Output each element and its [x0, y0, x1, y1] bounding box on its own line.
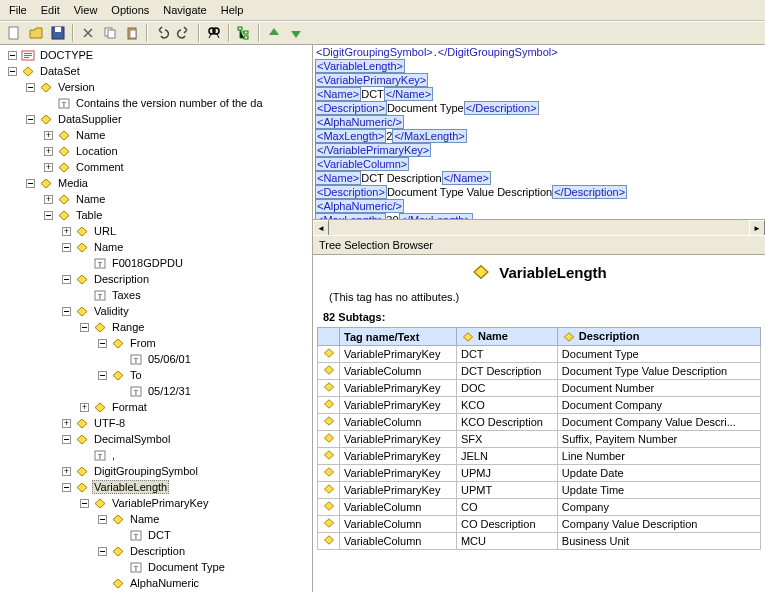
collapse-icon[interactable] — [62, 307, 71, 316]
tree-label[interactable]: Comment — [74, 161, 126, 173]
table-row[interactable]: VariablePrimaryKeyDCTDocument Type — [318, 346, 761, 363]
menu-edit[interactable]: Edit — [34, 2, 67, 18]
collapse-icon[interactable] — [62, 483, 71, 492]
tree-node[interactable]: Taxes — [0, 287, 312, 303]
xml-line[interactable]: <MaxLength>2</MaxLength> — [315, 129, 763, 143]
col-tag[interactable]: Tag name/Text — [340, 328, 457, 346]
table-row[interactable]: VariablePrimaryKeyKCODocument Company — [318, 397, 761, 414]
tree-label[interactable]: DecimalSymbol — [92, 433, 172, 445]
tree-node[interactable]: Media — [0, 175, 312, 191]
xml-line[interactable]: <VariablePrimaryKey> — [315, 73, 763, 87]
prev-button[interactable] — [264, 23, 284, 43]
new-button[interactable] — [4, 23, 24, 43]
open-button[interactable] — [26, 23, 46, 43]
collapse-icon[interactable] — [26, 83, 35, 92]
menu-file[interactable]: File — [2, 2, 34, 18]
tree-label[interactable]: Description — [92, 273, 151, 285]
tree-node[interactable]: Format — [0, 399, 312, 415]
tree-node[interactable]: Range — [0, 319, 312, 335]
tree-node[interactable]: From — [0, 335, 312, 351]
collapse-icon[interactable] — [8, 67, 17, 76]
find-button[interactable] — [204, 23, 224, 43]
tree-label[interactable]: 05/12/31 — [146, 385, 193, 397]
xml-line[interactable]: <Name>DCT Description</Name> — [315, 171, 763, 185]
tree-node[interactable]: F0018GDPDU — [0, 255, 312, 271]
tree-label[interactable]: Name — [128, 513, 161, 525]
tree-label[interactable]: URL — [92, 225, 118, 237]
undo-button[interactable] — [152, 23, 172, 43]
xml-line[interactable]: <Description>Document Type Value Descrip… — [315, 185, 763, 199]
tree-label[interactable]: VariablePrimaryKey — [110, 497, 210, 509]
tree-node[interactable]: Contains the version number of the da — [0, 95, 312, 111]
xml-line[interactable]: <DigitGroupingSymbol>.</DigitGroupingSym… — [315, 45, 763, 59]
tree-node[interactable]: DataSet — [0, 63, 312, 79]
tree-node[interactable]: Description — [0, 271, 312, 287]
menu-navigate[interactable]: Navigate — [156, 2, 213, 18]
tree-button[interactable] — [234, 23, 254, 43]
tree-node[interactable]: Comment — [0, 159, 312, 175]
collapse-icon[interactable] — [98, 371, 107, 380]
tree-label[interactable]: Version — [56, 81, 97, 93]
xml-line[interactable]: <VariableLength> — [315, 59, 763, 73]
expand-icon[interactable] — [80, 403, 89, 412]
table-row[interactable]: VariablePrimaryKeyJELNLine Number — [318, 448, 761, 465]
redo-button[interactable] — [174, 23, 194, 43]
tree-label[interactable]: Contains the version number of the da — [74, 97, 265, 109]
tree-node[interactable]: DOCTYPE — [0, 47, 312, 63]
tree-label[interactable]: F0018GDPDU — [110, 257, 185, 269]
collapse-icon[interactable] — [80, 499, 89, 508]
tree-node[interactable]: Name — [0, 239, 312, 255]
table-row[interactable]: VariablePrimaryKeyUPMTUpdate Time — [318, 482, 761, 499]
paste-button[interactable] — [122, 23, 142, 43]
expand-icon[interactable] — [62, 227, 71, 236]
tree-node[interactable]: AlphaNumeric — [0, 575, 312, 591]
tree-label[interactable]: DataSupplier — [56, 113, 124, 125]
scroll-right-icon[interactable]: ► — [749, 220, 765, 235]
tree-node[interactable]: DigitGroupingSymbol — [0, 463, 312, 479]
xml-line[interactable]: </VariablePrimaryKey> — [315, 143, 763, 157]
table-row[interactable]: VariablePrimaryKeyDOCDocument Number — [318, 380, 761, 397]
collapse-icon[interactable] — [62, 243, 71, 252]
expand-icon[interactable] — [44, 163, 53, 172]
table-row[interactable]: VariableColumnCO DescriptionCompany Valu… — [318, 516, 761, 533]
table-row[interactable]: VariablePrimaryKeySFXSuffix, Payitem Num… — [318, 431, 761, 448]
expand-icon[interactable] — [44, 195, 53, 204]
col-desc[interactable]: Description — [557, 328, 760, 346]
tree-label[interactable]: DataSet — [38, 65, 82, 77]
tree-label[interactable]: , — [110, 449, 117, 461]
col-name[interactable]: Name — [456, 328, 557, 346]
collapse-icon[interactable] — [26, 115, 35, 124]
xml-line[interactable]: <Name>DCT</Name> — [315, 87, 763, 101]
tree-node[interactable]: Version — [0, 79, 312, 95]
tree-node[interactable]: Validity — [0, 303, 312, 319]
tree-label[interactable]: Name — [74, 193, 107, 205]
tree-node[interactable]: URL — [0, 223, 312, 239]
expand-icon[interactable] — [62, 419, 71, 428]
tree-label[interactable]: Range — [110, 321, 146, 333]
tree-label[interactable]: 05/06/01 — [146, 353, 193, 365]
tree-label[interactable]: Description — [128, 545, 187, 557]
collapse-icon[interactable] — [80, 323, 89, 332]
collapse-icon[interactable] — [26, 179, 35, 188]
expand-icon[interactable] — [44, 147, 53, 156]
collapse-icon[interactable] — [98, 547, 107, 556]
tree-node[interactable]: , — [0, 447, 312, 463]
table-row[interactable]: VariableColumnDCT DescriptionDocument Ty… — [318, 363, 761, 380]
tree-label[interactable]: DigitGroupingSymbol — [92, 465, 200, 477]
next-button[interactable] — [286, 23, 306, 43]
table-row[interactable]: VariableColumnCOCompany — [318, 499, 761, 516]
save-button[interactable] — [48, 23, 68, 43]
menu-help[interactable]: Help — [214, 2, 251, 18]
collapse-icon[interactable] — [8, 51, 17, 60]
tree-label[interactable]: Taxes — [110, 289, 143, 301]
xml-line[interactable]: <AlphaNumeric/> — [315, 115, 763, 129]
tree-node[interactable]: DCT — [0, 527, 312, 543]
copy-button[interactable] — [100, 23, 120, 43]
cut-button[interactable] — [78, 23, 98, 43]
tree-node[interactable]: DecimalSymbol — [0, 431, 312, 447]
tree-label[interactable]: UTF-8 — [92, 417, 127, 429]
tree-label[interactable]: Media — [56, 177, 90, 189]
menu-view[interactable]: View — [67, 2, 105, 18]
tree-label[interactable]: DOCTYPE — [38, 49, 95, 61]
tree-node[interactable]: Description — [0, 543, 312, 559]
